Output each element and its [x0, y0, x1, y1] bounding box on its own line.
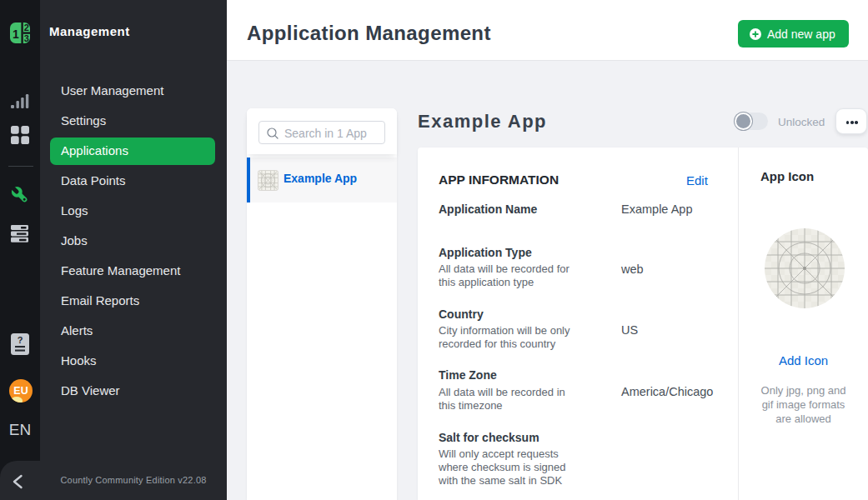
svg-text:2: 2	[24, 22, 29, 32]
svg-text:?: ?	[18, 335, 23, 345]
svg-text:1: 1	[13, 28, 19, 41]
svg-text:3: 3	[24, 33, 29, 43]
